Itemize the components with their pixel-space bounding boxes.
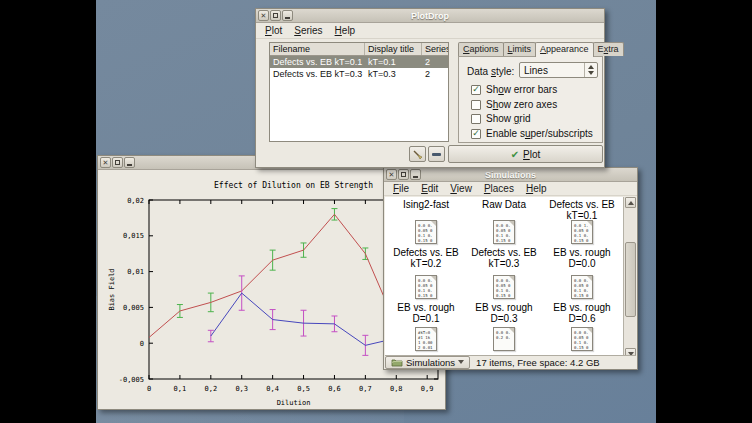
- data-style-label: Data style:: [467, 66, 514, 77]
- folder-icon: [391, 358, 403, 367]
- tab-appearance[interactable]: Appearance: [535, 42, 594, 57]
- table-row[interactable]: Defects vs. EB kT=0.3 kT=0.3 2: [270, 68, 448, 80]
- location-button[interactable]: Simulations: [385, 356, 470, 369]
- clear-list-button[interactable]: [409, 146, 426, 162]
- broom-icon: [412, 149, 423, 160]
- tab-extra[interactable]: Extra: [593, 42, 624, 56]
- svg-text:0,8: 0,8: [390, 385, 403, 393]
- svg-text:0,02: 0,02: [127, 197, 144, 205]
- check-icon: ✔: [511, 149, 519, 160]
- svg-text:0,6: 0,6: [328, 385, 341, 393]
- checkbox-icon: ✓: [471, 129, 481, 139]
- combo-arrows-icon: [584, 63, 597, 77]
- minimize-icon[interactable]: [410, 169, 421, 180]
- file-icon: 0.0 0. 0.05 0 0.1 0. 0.15 0: [415, 220, 437, 244]
- svg-text:Dilution: Dilution: [277, 399, 311, 407]
- file-item[interactable]: Ising2-fast: [389, 199, 463, 210]
- simulations-statusbar: Simulations 17 items, Free space: 4.2 GB: [385, 355, 636, 368]
- maximize-icon[interactable]: [398, 169, 409, 180]
- close-icon[interactable]: ✕: [258, 10, 269, 21]
- menu-edit[interactable]: Edit: [415, 182, 444, 195]
- simulations-titlebar[interactable]: ✕ Simulations: [384, 168, 637, 182]
- file-icon: 0.0 0. 0.2 0.: [493, 327, 515, 351]
- plotdrop-titlebar[interactable]: ✕ PlotDrop: [256, 9, 604, 23]
- file-item[interactable]: Defects vs. EB kT=0.1: [545, 199, 619, 221]
- file-item[interactable]: 0.0 0. 0.05 0 0.1 0. 0.15 0 EB vs. rough…: [389, 275, 463, 324]
- file-item[interactable]: 0.0 0. 0.05 0 0.1 0. 0.15 0 EB vs. rough…: [467, 275, 541, 324]
- file-icon: 0.0 1. 0.05 0 0.1 0. 0.15 0: [571, 220, 593, 244]
- svg-text:0,5: 0,5: [297, 385, 310, 393]
- checkbox-show-error-bars[interactable]: ✓ Show error bars: [471, 84, 557, 95]
- menu-places[interactable]: Places: [478, 182, 520, 195]
- column-header-display-title[interactable]: Display title: [365, 43, 422, 55]
- plotdrop-title: PlotDrop: [256, 11, 604, 21]
- svg-text:0,01: 0,01: [127, 268, 144, 276]
- plotdrop-content: Filename Display title Series Defects vs…: [256, 40, 604, 167]
- svg-text:0,015: 0,015: [123, 232, 144, 240]
- svg-text:Effect of Dilution on EB Stren: Effect of Dilution on EB Strength: [214, 181, 373, 190]
- data-style-value: Lines: [520, 65, 584, 76]
- scroll-up-icon[interactable]: [625, 197, 636, 208]
- svg-text:0,7: 0,7: [359, 385, 372, 393]
- file-icon: 0.0 0. 0.05 0 0.1 0. 0.15 0: [415, 275, 437, 299]
- chevron-down-icon: [458, 360, 464, 364]
- plotdrop-menubar: Plot Series Help: [256, 23, 604, 39]
- file-item[interactable]: 0.0 1. 0.05 0 0.1 0. 0.15 0 EB vs. rough…: [545, 220, 619, 269]
- close-icon[interactable]: ✕: [386, 169, 397, 180]
- checkbox-show-grid[interactable]: Show grid: [471, 113, 530, 124]
- menu-help[interactable]: Help: [520, 182, 553, 195]
- svg-text:0,4: 0,4: [266, 385, 279, 393]
- file-item[interactable]: 0.0 0. 0.05 0 0.1 0. 0.15 0 Defects vs. …: [467, 220, 541, 269]
- svg-text:0: 0: [140, 340, 144, 348]
- screen: ✕ 00,10,20,30,40,50,60,70,80,9-0,00500,0…: [0, 0, 752, 423]
- menu-file[interactable]: File: [387, 182, 415, 195]
- simulations-menubar: File Edit View Places Help: [384, 182, 637, 196]
- checkbox-enable-super-subscripts[interactable]: ✓ Enable super/subscripts: [471, 128, 593, 139]
- menu-help[interactable]: Help: [329, 24, 362, 37]
- close-icon[interactable]: ✕: [100, 157, 111, 168]
- menu-series[interactable]: Series: [288, 24, 328, 37]
- file-icon: 0.0 0. 0.05 0 0.1 0. 0.15 0: [493, 220, 515, 244]
- minimize-icon[interactable]: [124, 157, 135, 168]
- vertical-scrollbar[interactable]: [623, 197, 636, 359]
- svg-text:0,005: 0,005: [123, 304, 144, 312]
- maximize-icon[interactable]: [112, 157, 123, 168]
- checkbox-icon: [471, 114, 481, 124]
- file-grid: Ising2-fast Raw Data Defects vs. EB kT=0…: [385, 197, 636, 359]
- table-row[interactable]: Defects vs. EB kT=0.1 kT=0.1 2: [270, 56, 448, 68]
- checkbox-show-zero-axes[interactable]: Show zero axes: [471, 99, 557, 110]
- checkbox-icon: [471, 100, 481, 110]
- menu-plot[interactable]: Plot: [259, 24, 288, 37]
- remove-file-button[interactable]: [428, 146, 445, 162]
- svg-text:-0,005: -0,005: [119, 376, 144, 384]
- column-header-filename[interactable]: Filename: [270, 43, 365, 55]
- data-style-select[interactable]: Lines: [519, 62, 598, 78]
- tab-captions[interactable]: Captions: [458, 42, 504, 56]
- simulations-window: ✕ Simulations File Edit View Places Help…: [383, 167, 638, 370]
- settings-tabs: Captions Limits Appearance Extra: [458, 42, 623, 56]
- file-table: Filename Display title Series Defects vs…: [269, 42, 449, 142]
- checkbox-icon: ✓: [471, 85, 481, 95]
- minus-icon: [432, 153, 441, 156]
- status-info: 17 items, Free space: 4.2 GB: [476, 357, 600, 368]
- svg-text:0: 0: [147, 385, 151, 393]
- file-item[interactable]: 0.0 0. 0.05 0 0.1 0. 0.15 0 Defects vs. …: [389, 220, 463, 269]
- column-header-series[interactable]: Series: [422, 43, 448, 55]
- maximize-icon[interactable]: [270, 10, 281, 21]
- tab-limits[interactable]: Limits: [503, 42, 537, 56]
- menu-view[interactable]: View: [444, 182, 478, 195]
- svg-text:0,3: 0,3: [235, 385, 248, 393]
- file-icon: 0.0 0. 0.05 0 0.1 0. 0.15 0: [571, 275, 593, 299]
- minimize-icon[interactable]: [282, 10, 293, 21]
- scrollbar-thumb[interactable]: [625, 242, 636, 317]
- simulations-title: Simulations: [384, 170, 637, 180]
- file-icon: #kT=0 #1 1k 1 0.00 2 0.01: [415, 327, 437, 351]
- location-label: Simulations: [406, 357, 455, 368]
- table-header: Filename Display title Series: [270, 43, 448, 56]
- file-icon: 0.0 0. 0.05 0 0.1 0. 0.15 0: [571, 327, 593, 351]
- file-item[interactable]: Raw Data: [467, 199, 541, 210]
- plot-button[interactable]: ✔ Plot: [448, 145, 603, 163]
- svg-text:0,1: 0,1: [174, 385, 187, 393]
- plotdrop-window: ✕ PlotDrop Plot Series Help Filename Dis…: [255, 8, 605, 168]
- file-item[interactable]: 0.0 0. 0.05 0 0.1 0. 0.15 0 EB vs. rough…: [545, 275, 619, 324]
